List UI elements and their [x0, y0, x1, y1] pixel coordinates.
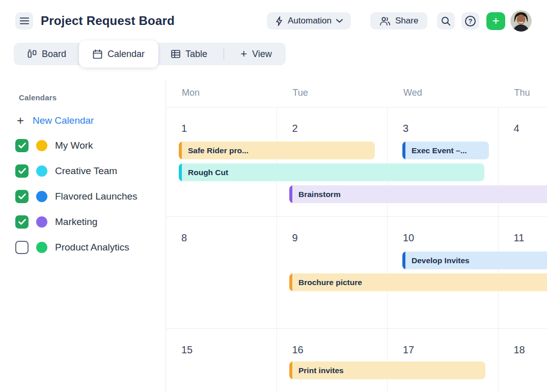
day-cell[interactable]: 8 — [166, 217, 277, 328]
tab-board-label: Board — [42, 49, 66, 60]
sidebar-heading: Calendars — [19, 93, 166, 102]
tab-board[interactable]: Board — [16, 43, 78, 65]
calendar-color-dot — [36, 140, 47, 151]
view-tabbar: Board Calendar Table + View — [14, 43, 286, 65]
calendar-color-dot — [36, 216, 47, 228]
chevron-down-icon — [336, 19, 343, 23]
calendar-item-label: Flavored Launches — [55, 191, 138, 202]
add-button[interactable]: + — [486, 12, 505, 30]
table-icon — [171, 50, 180, 58]
checkbox[interactable] — [15, 241, 29, 254]
tab-table-label: Table — [185, 49, 207, 60]
week-row-2: 8 9 10 11 — [166, 216, 547, 328]
checkbox[interactable] — [15, 164, 29, 178]
check-icon — [18, 168, 26, 174]
help-icon: ? — [465, 16, 476, 26]
plus-icon: + — [17, 115, 24, 127]
calendar-item-marketing[interactable]: Marketing — [15, 215, 166, 229]
day-header-row: Mon Tue Wed Thu — [166, 79, 547, 107]
calendar-item-product-analytics[interactable]: Product Analytics — [15, 240, 166, 254]
event-develop-invites[interactable]: Develop Invites — [402, 251, 547, 269]
hamburger-icon — [20, 17, 29, 24]
avatar-photo — [510, 10, 532, 32]
calendar-item-label: Marketing — [55, 216, 97, 228]
day-cell[interactable]: 15 — [166, 329, 277, 392]
week-row-3: 15 16 17 18 — [166, 328, 547, 392]
calendar-color-dot — [36, 165, 47, 177]
calendar-item-label: Creative Team — [55, 165, 117, 177]
event-title: Print invites — [298, 366, 344, 375]
check-icon — [18, 143, 26, 149]
event-title: Develop Invites — [412, 256, 470, 265]
event-exec-event[interactable]: Exec Event –... — [402, 142, 489, 159]
search-button[interactable] — [437, 12, 455, 30]
day-cell[interactable]: 16 — [277, 329, 388, 392]
day-cell[interactable]: 10 — [388, 217, 499, 328]
tab-add-view[interactable]: + View — [229, 43, 284, 65]
plus-icon: + — [492, 15, 499, 27]
calendar-item-label: Product Analytics — [55, 242, 129, 253]
event-title: Rough Cut — [188, 168, 228, 177]
event-brochure-picture[interactable]: Brochure picture — [289, 273, 547, 291]
day-cell[interactable]: 9 — [277, 217, 388, 328]
day-header-tue: Tue — [277, 88, 388, 98]
checkbox[interactable] — [15, 215, 29, 229]
new-calendar-button[interactable]: + New Calendar — [17, 115, 166, 127]
event-title: Safe Rider pro... — [188, 146, 249, 155]
tab-table[interactable]: Table — [159, 43, 219, 65]
calendars-sidebar: Calendars + New Calendar My Work Creativ… — [0, 79, 166, 254]
event-safe-rider[interactable]: Safe Rider pro... — [179, 142, 375, 159]
day-header-wed: Wed — [388, 88, 499, 98]
day-header-mon: Mon — [166, 88, 277, 98]
calendar-color-dot — [36, 242, 47, 253]
calendar-grid: Mon Tue Wed Thu 1 2 3 4 8 9 10 11 15 16 … — [166, 79, 547, 392]
checkbox[interactable] — [15, 190, 29, 203]
calendar-color-dot — [36, 191, 47, 202]
search-icon — [441, 16, 451, 26]
page-title: Project Request Board — [41, 14, 175, 28]
event-title: Exec Event –... — [412, 146, 467, 155]
lightning-icon — [275, 16, 283, 26]
people-icon — [379, 16, 391, 25]
event-print-invites[interactable]: Print invites — [289, 361, 485, 379]
tab-calendar[interactable]: Calendar — [79, 40, 158, 68]
day-header-thu: Thu — [499, 88, 547, 98]
day-cell[interactable]: 1 — [166, 107, 277, 216]
event-rough-cut[interactable]: Rough Cut — [179, 163, 484, 181]
tab-calendar-label: Calendar — [107, 49, 145, 60]
day-cell[interactable]: 17 — [388, 329, 499, 392]
plus-icon: + — [240, 48, 247, 60]
calendar-item-my-work[interactable]: My Work — [15, 138, 166, 152]
check-icon — [18, 219, 26, 225]
board-icon — [28, 49, 37, 59]
automation-label: Automation — [288, 16, 332, 26]
menu-button[interactable] — [15, 12, 33, 30]
checkbox[interactable] — [15, 139, 29, 152]
new-calendar-label: New Calendar — [33, 115, 94, 126]
help-button[interactable]: ? — [461, 12, 479, 30]
share-label: Share — [395, 16, 418, 26]
calendar-icon — [93, 49, 102, 59]
check-icon — [18, 193, 26, 200]
tab-view-label: View — [252, 49, 272, 60]
user-avatar[interactable] — [510, 10, 532, 32]
calendar-item-label: My Work — [55, 140, 93, 151]
tab-divider — [224, 48, 224, 60]
calendar-item-creative-team[interactable]: Creative Team — [15, 164, 166, 178]
event-brainstorm[interactable]: Brainstorm — [289, 185, 547, 203]
automation-button[interactable]: Automation — [267, 12, 351, 30]
share-button[interactable]: Share — [370, 12, 427, 30]
event-title: Brainstorm — [298, 190, 341, 199]
day-cell[interactable]: 11 — [499, 217, 547, 328]
event-title: Brochure picture — [298, 278, 362, 287]
day-cell[interactable]: 18 — [499, 329, 547, 392]
calendar-item-flavored-launches[interactable]: Flavored Launches — [15, 189, 166, 203]
